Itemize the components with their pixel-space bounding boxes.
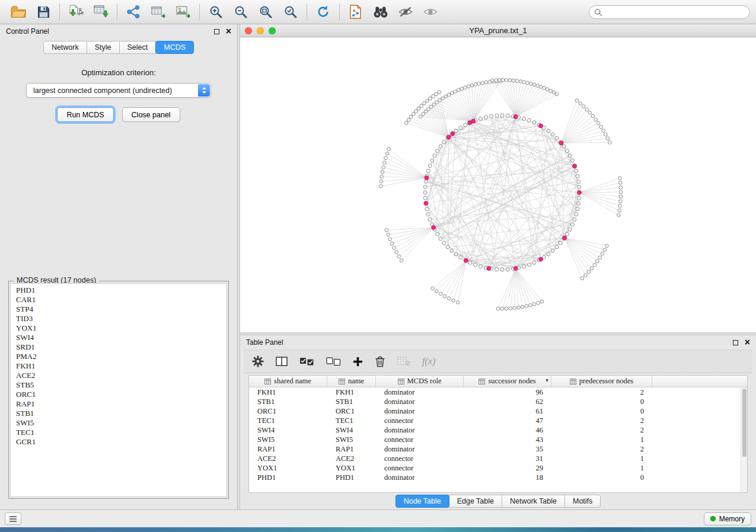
zoom-in-button[interactable] <box>203 2 228 22</box>
mcds-result-list[interactable]: PHD1CAR1STP4TID3YOX1SWI4SRD1PMA2FKH1ACE2… <box>10 283 227 497</box>
column-icon <box>264 379 271 384</box>
mcds-node[interactable]: ACE2 <box>11 371 227 380</box>
table-panel-title: Table Panel <box>246 338 283 347</box>
float-panel-icon[interactable] <box>214 29 219 34</box>
toggle-columns-button[interactable] <box>276 352 288 370</box>
table-row[interactable]: RAP1RAP1dominator352 <box>249 444 747 454</box>
add-column-button[interactable] <box>353 352 363 370</box>
table-row[interactable]: PHD1PHD1dominator180 <box>249 473 747 482</box>
mcds-node[interactable]: GCR1 <box>11 437 227 447</box>
function-builder-button[interactable]: f(x) <box>422 352 435 370</box>
minimize-window-button[interactable] <box>257 27 264 34</box>
cell-successor-nodes: 43 <box>464 435 551 444</box>
table-settings-button[interactable] <box>252 352 264 370</box>
refresh-button[interactable] <box>311 2 336 22</box>
mcds-node[interactable]: PHD1 <box>11 286 227 295</box>
tab-mcds[interactable]: MCDS <box>155 41 194 54</box>
table-row[interactable]: SWI4SWI4dominator462 <box>249 425 747 435</box>
tab-select[interactable]: Select <box>119 41 157 54</box>
column-header-MCDS-role[interactable]: MCDS role <box>376 376 464 387</box>
import-table-button[interactable] <box>88 2 113 22</box>
mcds-node[interactable]: PMA2 <box>11 352 227 361</box>
close-table-panel-icon[interactable]: × <box>745 339 750 345</box>
cell-successor-nodes: 18 <box>464 473 551 482</box>
close-panel-button[interactable]: Close panel <box>122 107 180 122</box>
open-session-button[interactable] <box>6 2 31 22</box>
maximize-window-button[interactable] <box>269 27 276 34</box>
criterion-dropdown[interactable]: largest connected component (undirected) <box>26 83 211 98</box>
mcds-node[interactable]: ORC1 <box>11 390 227 399</box>
column-header-successor-nodes[interactable]: successor nodes▾ <box>464 376 551 387</box>
table-row[interactable]: ACE2ACE2connector311 <box>249 454 747 463</box>
app-window: Control Panel × NetworkStyleSelectMCDS O… <box>0 0 756 527</box>
search-network-button[interactable] <box>368 2 393 22</box>
close-window-button[interactable] <box>245 27 252 34</box>
column-header-name[interactable]: name <box>327 376 376 387</box>
memory-button[interactable]: Memory <box>704 512 751 525</box>
cell-shared-name: ACE2 <box>249 454 327 463</box>
panel-menu-button[interactable] <box>5 512 21 525</box>
mcds-node[interactable]: SWI5 <box>11 418 227 428</box>
save-session-button[interactable] <box>31 2 56 22</box>
tab-network-table[interactable]: Network Table <box>502 495 565 508</box>
deselect-all-rows-button[interactable] <box>326 352 341 370</box>
network-canvas[interactable] <box>240 37 756 332</box>
mcds-node[interactable]: CAR1 <box>11 295 227 305</box>
network-graph <box>240 37 756 332</box>
mcds-node[interactable]: SRD1 <box>11 342 227 352</box>
export-table-button[interactable] <box>146 2 171 22</box>
tab-edge-table[interactable]: Edge Table <box>449 495 502 508</box>
search-icon <box>594 8 602 18</box>
share-document-button[interactable] <box>343 2 368 22</box>
search-input[interactable] <box>589 5 750 19</box>
zoom-selected-button[interactable] <box>278 2 303 22</box>
cell-successor-nodes: 31 <box>464 454 551 463</box>
show-details-button[interactable] <box>418 2 443 22</box>
hide-details-button[interactable] <box>393 2 418 22</box>
export-network-button[interactable] <box>121 2 146 22</box>
zoom-out-button[interactable] <box>228 2 253 22</box>
column-header-predecessor-nodes[interactable]: predecessor nodes <box>551 376 652 387</box>
tab-motifs[interactable]: Motifs <box>564 495 601 508</box>
import-network-button[interactable] <box>63 2 88 22</box>
export-image-button[interactable] <box>171 2 196 22</box>
eye-slash-icon <box>398 6 413 18</box>
table-row[interactable]: FKH1FKH1dominator962 <box>249 387 747 397</box>
select-all-rows-button[interactable] <box>299 352 314 370</box>
table-row[interactable]: SWI5SWI5connector431 <box>249 435 747 444</box>
sort-chevron-icon[interactable]: ▾ <box>546 377 548 383</box>
mcds-node[interactable]: STB1 <box>11 409 227 418</box>
float-table-panel-icon[interactable] <box>733 340 738 345</box>
network-titlebar[interactable]: YPA_prune.txt_1 <box>240 24 756 37</box>
run-mcds-button[interactable]: Run MCDS <box>57 107 113 122</box>
table-row[interactable]: TEC1TEC1connector472 <box>249 416 747 425</box>
tab-node-table[interactable]: Node Table <box>395 495 449 508</box>
table-row[interactable]: ORC1ORC1dominator610 <box>249 406 747 416</box>
tab-network[interactable]: Network <box>43 41 87 54</box>
table-body: FKH1FKH1dominator962STB1STB1dominator620… <box>249 387 747 492</box>
table-row[interactable]: YOX1YOX1connector291 <box>249 463 747 473</box>
save-icon <box>37 6 50 18</box>
clear-table-button[interactable] <box>397 352 410 370</box>
mcds-node[interactable]: RAP1 <box>11 399 227 409</box>
column-header-shared-name[interactable]: shared name <box>249 376 327 387</box>
mcds-node[interactable]: TID3 <box>11 314 227 323</box>
close-panel-icon[interactable]: × <box>226 28 231 34</box>
mcds-node[interactable]: FKH1 <box>11 361 227 371</box>
settings-gear-icon <box>252 355 264 367</box>
tab-style[interactable]: Style <box>87 41 120 54</box>
zoom-fit-button[interactable] <box>253 2 278 22</box>
table-tabs: Node TableEdge TableNetwork TableMotifs <box>240 493 756 509</box>
mcds-node[interactable]: TEC1 <box>11 428 227 437</box>
mcds-node[interactable]: SWI4 <box>11 333 227 342</box>
cell-shared-name: TEC1 <box>249 416 327 425</box>
mcds-node[interactable]: YOX1 <box>11 323 227 333</box>
toolbar-separator <box>339 4 340 20</box>
scrollbar-thumb[interactable] <box>742 389 747 457</box>
delete-column-button[interactable] <box>375 352 385 370</box>
mcds-node[interactable]: STP4 <box>11 305 227 314</box>
table-scrollbar[interactable] <box>741 387 747 492</box>
mcds-node[interactable]: STB5 <box>11 380 227 390</box>
cell-name: RAP1 <box>327 445 376 454</box>
table-row[interactable]: STB1STB1dominator620 <box>249 397 747 406</box>
